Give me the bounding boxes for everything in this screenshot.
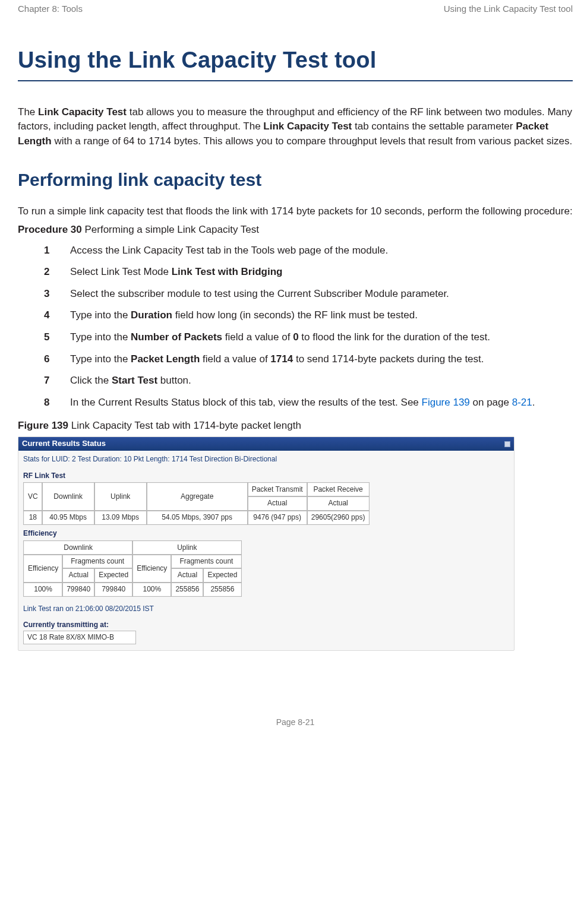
step-bold: Start Test [112,375,157,386]
step-7: 7 Click the Start Test button. [18,374,573,388]
step-text: . [532,397,535,408]
step-text: to flood the link for the duration of th… [299,331,490,343]
step-number: 4 [44,308,70,323]
step-text: Type into the [70,309,131,321]
procedure-number: Procedure 30 [18,224,82,235]
step-2: 2 Select Link Test Mode Link Test with B… [18,265,573,280]
step-body: Type into the Duration field how long (i… [70,308,573,323]
step-text: In the Current Results Status block of t… [70,397,422,408]
step-body: Click the Start Test button. [70,374,573,388]
step-body: Select the subscriber module to test usi… [70,287,573,302]
stats-line: Stats for LUID: 2 Test Duration: 10 Pkt … [23,454,509,464]
col-aggregate: Aggregate [147,483,248,511]
procedure-steps: 1 Access the Link Capacity Test tab in t… [18,243,573,410]
step-text: button. [157,375,191,386]
figure-title: Link Capacity Test tab with 1714-byte pa… [68,420,301,431]
step-text: Type into the [70,331,131,343]
col-uplink: Uplink [94,483,147,511]
step-number: 5 [44,330,70,345]
cell-packet-receive: 29605(2960 pps) [307,511,370,524]
header-left: Chapter 8: Tools [18,2,83,15]
cell-actual: 255856 [171,583,203,596]
step-text: Select Link Test Mode [70,266,172,277]
lead-paragraph: The Link Capacity Test tab allows you to… [18,105,573,149]
table-row: Efficiency Fragments count Efficiency Fr… [24,555,241,568]
col-actual: Actual [248,496,307,510]
col-vc: VC [24,483,42,511]
step-body: Access the Link Capacity Test tab in the… [70,243,573,258]
col-packet-transmit: Packet Transmit [248,483,307,496]
lead-text: tab contains the settable parameter [352,121,516,132]
col-fragments-count: Fragments count [171,555,241,568]
col-actual: Actual [307,496,370,510]
rf-link-test-label: RF Link Test [23,471,509,481]
current-rate-value: VC 18 Rate 8X/8X MIMO-B [23,631,136,644]
figure-link[interactable]: Figure 139 [422,397,470,408]
col-efficiency: Efficiency [132,555,171,583]
title-rule [18,80,573,81]
step-number: 6 [44,352,70,367]
step-bold: Packet Length [131,353,200,365]
intro-paragraph: To run a simple link capacity test that … [18,204,573,219]
step-8: 8 In the Current Results Status block of… [18,395,573,410]
step-text: Type into the [70,353,131,365]
step-body: Type into the Packet Length field a valu… [70,352,573,367]
table-row: VC Downlink Uplink Aggregate Packet Tran… [24,483,369,496]
col-efficiency: Efficiency [24,555,62,583]
step-4: 4 Type into the Duration field how long … [18,308,573,323]
figure-number: Figure 139 [18,420,68,431]
lead-text: with a range of 64 to 1714 bytes. This a… [52,135,573,147]
page-link[interactable]: 8-21 [512,397,532,408]
col-downlink: Downlink [42,483,94,511]
step-bold-2: 0 [293,331,298,343]
cell-efficiency: 100% [132,583,171,596]
col-packet-receive: Packet Receive [307,483,370,496]
panel-title: Current Results Status [22,438,106,450]
cell-vc: 18 [24,511,42,524]
figure-panel: Current Results Status Stats for LUID: 2… [18,436,515,651]
step-bold: Link Test with Bridging [172,266,283,277]
header-right: Using the Link Capacity Test tool [444,2,573,15]
panel-body: Stats for LUID: 2 Test Duration: 10 Pkt … [18,451,514,645]
cell-expected: 255856 [203,583,241,596]
step-bold: Duration [131,309,172,321]
col-expected: Expected [203,568,241,582]
step-5: 5 Type into the Number of Packets field … [18,330,573,345]
efficiency-table: Downlink Uplink Efficiency Fragments cou… [23,540,242,597]
cell-aggregate: 54.05 Mbps, 3907 pps [147,511,248,524]
step-text: Click the [70,375,112,386]
section-heading: Performing link capacity test [18,167,573,193]
col-expected: Expected [94,568,132,582]
step-number: 7 [44,374,70,388]
step-text: field a value of [200,353,270,365]
panel-titlebar: Current Results Status [18,437,514,451]
step-bold: Number of Packets [131,331,222,343]
step-number: 2 [44,265,70,280]
col-fragments-count: Fragments count [62,555,132,568]
lead-text: The [18,106,38,118]
lead-bold-1: Link Capacity Test [38,106,127,118]
step-text: field how long (in seconds) the RF link … [172,309,418,321]
efficiency-label: Efficiency [23,529,509,539]
step-text: on page [470,397,512,408]
col-actual: Actual [171,568,203,582]
procedure-title: Procedure 30 Performing a simple Link Ca… [18,223,573,238]
step-1: 1 Access the Link Capacity Test tab in t… [18,243,573,258]
step-bold-2: 1714 [270,353,293,365]
table-row: Downlink Uplink [24,541,241,555]
step-text: field a value of [222,331,293,343]
col-uplink: Uplink [132,541,241,555]
cell-downlink: 40.95 Mbps [42,511,94,524]
page-header: Chapter 8: Tools Using the Link Capacity… [18,2,573,15]
col-actual: Actual [62,568,94,582]
figure-caption: Figure 139 Link Capacity Test tab with 1… [18,419,573,433]
table-row: 18 40.95 Mbps 13.09 Mbps 54.05 Mbps, 390… [24,511,369,524]
cell-uplink: 13.09 Mbps [94,511,147,524]
step-number: 8 [44,395,70,410]
col-downlink: Downlink [24,541,132,555]
page-title: Using the Link Capacity Test tool [18,44,573,77]
page-footer: Page 8-21 [18,716,573,728]
step-number: 3 [44,287,70,302]
minimize-icon[interactable] [504,441,510,447]
step-body: Select Link Test Mode Link Test with Bri… [70,265,573,280]
